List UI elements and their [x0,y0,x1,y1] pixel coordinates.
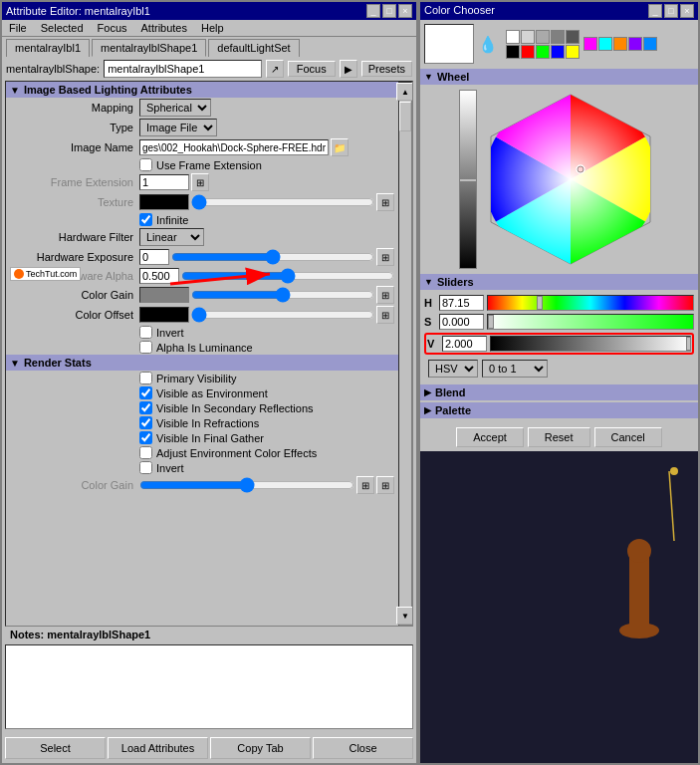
cc-eyedropper-btn[interactable]: 💧 [478,35,498,54]
useframe-checkbox[interactable] [139,158,152,171]
s-slider-track[interactable] [487,314,694,330]
load-attributes-button[interactable]: Load Attributes [108,737,208,759]
alphaislum-checkbox[interactable] [139,341,152,354]
swatch-red[interactable] [521,45,535,59]
cc-gray-strip[interactable] [459,90,477,269]
swatch-purple[interactable] [628,37,642,51]
copy-tab-button[interactable]: Copy Tab [210,737,311,759]
tab-defaultlightset[interactable]: defaultLightSet [208,39,299,57]
scroll-thumb[interactable] [399,102,411,131]
hwexposure-input[interactable] [139,249,169,265]
invert-checkbox[interactable] [139,326,152,339]
swatch-blue[interactable] [551,45,565,59]
notes-textarea[interactable] [5,644,413,729]
renderstats-section-header[interactable]: ▼ Render Stats [6,355,398,371]
adjenv-checkbox[interactable] [139,446,152,459]
ae-close-btn[interactable]: × [398,4,412,18]
menu-help[interactable]: Help [198,21,227,35]
colorgain-slider[interactable] [191,288,374,302]
texture-icon[interactable]: ⊞ [376,193,394,211]
menu-attributes[interactable]: Attributes [138,21,190,35]
colorgain-swatch[interactable] [139,287,189,303]
visfinal-checkbox[interactable] [139,431,152,444]
invert2-checkbox[interactable] [139,461,152,474]
hwexposure-icon[interactable]: ⊞ [376,248,394,266]
infinite-checkbox[interactable] [139,213,152,226]
scroll-up-btn[interactable]: ▲ [396,83,413,101]
ae-scrollbar[interactable]: ▲ ▼ [398,82,412,626]
cc-wheel-section[interactable]: ▼ Wheel [420,69,698,85]
frameext-input[interactable] [139,174,189,190]
coloroffset-slider[interactable] [191,308,374,322]
texture-swatch[interactable] [139,194,189,210]
cc-color-wheel-svg[interactable] [481,90,660,269]
imagename-input[interactable] [139,139,329,155]
scroll-down-btn[interactable]: ▼ [396,607,413,625]
vissecref-checkbox[interactable] [139,401,152,414]
cc-palette-section[interactable]: ▶ Palette [420,402,698,418]
focus-button[interactable]: Focus [288,61,336,77]
mapping-select[interactable]: Spherical Cubic Angular [139,99,211,117]
menu-selected[interactable]: Selected [38,21,87,35]
swatch-gray[interactable] [536,30,550,44]
swatch-dgray[interactable] [551,30,565,44]
focus-icon-btn1[interactable]: ↗ [266,60,284,78]
swatch-green[interactable] [536,45,550,59]
cc-cancel-btn[interactable]: Cancel [594,427,662,447]
v-slider-thumb[interactable] [686,337,691,351]
focus-icon-btn2[interactable]: ▶ [340,60,357,78]
close-button[interactable]: Close [313,737,413,759]
h-value-input[interactable] [439,295,484,311]
cc-blend-section[interactable]: ▶ Blend [420,384,698,400]
hwexposure-slider[interactable] [171,250,374,264]
menu-focus[interactable]: Focus [95,21,130,35]
select-button[interactable]: Select [5,737,106,759]
ae-minimize-btn[interactable]: _ [366,4,380,18]
presets-button[interactable]: Presets [361,61,412,77]
cc-sliders-section[interactable]: ▼ Sliders [420,274,698,290]
coloroffset-swatch[interactable] [139,307,189,323]
cc-accept-btn[interactable]: Accept [456,427,524,447]
cc-close-btn[interactable]: × [680,4,694,18]
coloroffset-icon[interactable]: ⊞ [376,306,394,324]
swatch-black[interactable] [506,45,520,59]
hwalpha-slider[interactable] [181,269,394,283]
texture-slider[interactable] [191,195,374,209]
primaryvis-checkbox[interactable] [139,372,152,384]
tab-mentalraylbl1[interactable]: mentalrayIbl1 [6,39,90,57]
swatch-lblue[interactable] [643,37,657,51]
colorgain2-slider[interactable] [139,478,354,492]
tab-mentalraylblshape1[interactable]: mentalraylblShape1 [92,39,206,57]
ae-restore-btn[interactable]: □ [382,4,396,18]
imagename-browse-btn[interactable]: 📁 [331,138,349,156]
type-select[interactable]: Image File Color [139,119,217,136]
cc-minimize-btn[interactable]: _ [648,4,662,18]
visenv-checkbox[interactable] [139,386,152,399]
v-value-input[interactable] [442,336,487,352]
menu-file[interactable]: File [6,21,30,35]
swatch-yellow[interactable] [566,45,580,59]
frameext-icon[interactable]: ⊞ [191,173,209,191]
hwalpha-input[interactable] [139,268,179,284]
h-slider-thumb[interactable] [537,296,543,310]
cc-range-select[interactable]: 0 to 1 0 to 255 [482,360,548,378]
colorgain-icon[interactable]: ⊞ [376,286,394,304]
swatch-white[interactable] [506,30,520,44]
cc-restore-btn[interactable]: □ [664,4,678,18]
v-slider-track[interactable] [490,336,691,352]
swatch-lgray[interactable] [521,30,535,44]
swatch-orange[interactable] [613,37,627,51]
cc-reset-btn[interactable]: Reset [528,427,590,447]
s-value-input[interactable] [439,314,484,330]
colorgain2-icon[interactable]: ⊞ [356,476,374,494]
swatch-vdgray[interactable] [566,30,580,44]
cc-format-select[interactable]: HSV RGB HSL [428,360,478,378]
ibl-section-header[interactable]: ▼ Image Based Lighting Attributes [6,82,398,98]
swatch-magenta[interactable] [583,37,597,51]
hwfilter-select[interactable]: Linear Nearest None [139,228,204,246]
colorgain2-icon2[interactable]: ⊞ [376,476,394,494]
h-slider-track[interactable] [487,295,694,311]
swatch-cyan[interactable] [598,37,612,51]
visrefrac-checkbox[interactable] [139,416,152,429]
s-slider-thumb[interactable] [488,315,494,329]
